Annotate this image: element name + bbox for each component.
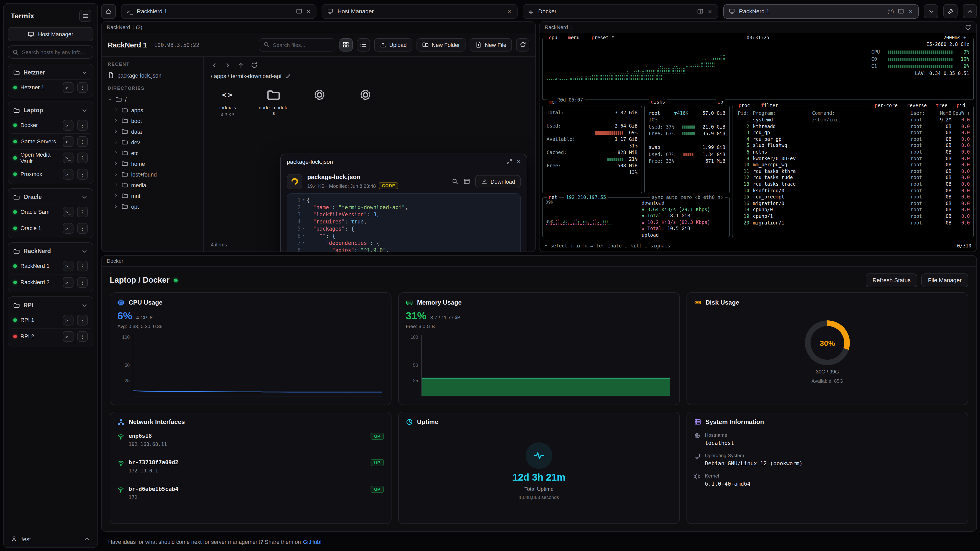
new-folder-button[interactable]: New Folder bbox=[417, 38, 466, 51]
upload-button[interactable]: Upload bbox=[374, 38, 412, 51]
open-terminal-button[interactable]: >_ bbox=[63, 136, 73, 147]
process-row[interactable]: 12 rcu_tasks_rude_ root 0B 0.0 bbox=[736, 175, 970, 181]
host-item[interactable]: RackNerd 2 >_ ⋮ bbox=[11, 274, 90, 290]
host-search-input[interactable] bbox=[22, 49, 89, 55]
host-item[interactable]: Proxmox >_ ⋮ bbox=[11, 166, 90, 182]
preset-label[interactable]: preset * bbox=[590, 35, 617, 41]
process-row[interactable]: 5 slub_flushwq root 0B 0.0 bbox=[736, 143, 970, 149]
host-item[interactable]: Oracle Sam >_ ⋮ bbox=[11, 203, 90, 220]
group-header[interactable]: Laptop bbox=[11, 103, 90, 117]
grid-view-button[interactable] bbox=[339, 38, 352, 51]
close-tab-icon[interactable]: × bbox=[708, 8, 712, 14]
process-row[interactable]: 16 migration/0 root 0B 0.0 bbox=[736, 200, 970, 206]
split-view-icon[interactable] bbox=[697, 8, 703, 14]
process-row[interactable]: 4 rcu_par_gp root 0B 0.0 bbox=[736, 136, 970, 143]
process-row[interactable]: 3 rcu_gp root 0B 0.0 bbox=[736, 130, 970, 136]
sync-icon[interactable] bbox=[965, 24, 971, 30]
tree-directory[interactable]: home bbox=[114, 158, 197, 169]
file-item[interactable]: <> node_modules bbox=[257, 87, 290, 118]
github-link[interactable]: GitHub! bbox=[303, 538, 321, 545]
search-in-file-icon[interactable] bbox=[452, 178, 458, 185]
host-menu-button[interactable]: ⋮ bbox=[77, 277, 88, 288]
tree-directory[interactable]: media bbox=[114, 179, 197, 190]
up-directory-icon[interactable] bbox=[237, 62, 245, 69]
list-view-button[interactable] bbox=[356, 38, 370, 51]
host-item[interactable]: RPI 2 >_ ⋮ bbox=[11, 328, 90, 345]
sidebar-menu-button[interactable] bbox=[79, 10, 91, 22]
process-row[interactable]: 6 netns root 0B 0.0 bbox=[736, 149, 970, 156]
file-item[interactable]: <> index.js 4.3 KB bbox=[211, 87, 245, 118]
close-tab-icon[interactable]: × bbox=[306, 8, 311, 14]
tree-directory[interactable]: opt bbox=[114, 201, 197, 212]
tree-directory[interactable]: lost+found bbox=[114, 169, 197, 179]
open-terminal-button[interactable]: >_ bbox=[63, 315, 73, 326]
tree-directory[interactable]: apps bbox=[114, 105, 197, 115]
terminal-screen[interactable]: cpu menu preset * 03:31:25 2000ms + ⢀⡀ ⣠… bbox=[539, 33, 977, 251]
host-item[interactable]: Open Media Vault >_ ⋮ bbox=[11, 149, 90, 166]
process-row[interactable]: 15 rcu_preempt root 0B 0.0 bbox=[736, 194, 970, 200]
host-menu-button[interactable]: ⋮ bbox=[77, 120, 88, 130]
host-item[interactable]: Game Servers >_ ⋮ bbox=[11, 133, 90, 149]
host-item[interactable]: RackNerd 1 >_ ⋮ bbox=[11, 258, 90, 274]
open-terminal-button[interactable]: >_ bbox=[63, 169, 73, 179]
download-button[interactable]: Download bbox=[475, 175, 520, 188]
collapse-button[interactable] bbox=[963, 4, 977, 18]
open-in-editor-icon[interactable] bbox=[463, 178, 470, 185]
open-terminal-button[interactable]: >_ bbox=[63, 223, 73, 233]
home-button[interactable] bbox=[101, 4, 116, 19]
host-item[interactable]: Oracle 1 >_ ⋮ bbox=[11, 220, 90, 236]
process-row[interactable]: 19 cpuhp/1 root 0B 0.0 bbox=[736, 213, 970, 220]
tab-list-button[interactable] bbox=[924, 4, 938, 18]
host-item[interactable]: Docker >_ ⋮ bbox=[11, 117, 90, 133]
menu-label[interactable]: menu bbox=[566, 35, 582, 41]
open-terminal-button[interactable]: >_ bbox=[63, 261, 73, 272]
refresh-icon[interactable] bbox=[251, 62, 258, 69]
file-search-input[interactable] bbox=[273, 41, 331, 48]
process-row[interactable]: 2 kthreadd root 0B 0.0 bbox=[736, 123, 970, 130]
process-row[interactable]: 1 systemd /sbin/init root 9.2M 0.0 bbox=[736, 117, 970, 123]
edit-path-icon[interactable] bbox=[285, 73, 291, 79]
forward-icon[interactable] bbox=[224, 62, 231, 69]
host-item[interactable]: RPI 1 >_ ⋮ bbox=[11, 312, 90, 328]
close-tab-icon[interactable]: × bbox=[908, 8, 913, 14]
host-menu-button[interactable]: ⋮ bbox=[77, 331, 88, 342]
open-terminal-button[interactable]: >_ bbox=[63, 82, 73, 93]
tree-directory[interactable]: data bbox=[114, 126, 197, 137]
expand-icon[interactable] bbox=[507, 159, 513, 165]
tools-button[interactable] bbox=[943, 4, 958, 18]
open-terminal-button[interactable]: >_ bbox=[63, 120, 73, 130]
host-menu-button[interactable]: ⋮ bbox=[77, 136, 88, 147]
tab-docker[interactable]: Docker × bbox=[522, 4, 718, 19]
process-row[interactable]: 18 cpuhp/0 root 0B 0.0 bbox=[736, 207, 970, 213]
back-icon[interactable] bbox=[211, 62, 218, 69]
tree-root[interactable]: / bbox=[108, 94, 197, 105]
host-menu-button[interactable]: ⋮ bbox=[77, 152, 88, 163]
process-row[interactable]: 10 mm_percpu_wq root 0B 0.0 bbox=[736, 162, 970, 168]
host-menu-button[interactable]: ⋮ bbox=[77, 261, 88, 272]
open-terminal-button[interactable]: >_ bbox=[63, 331, 73, 342]
io-toggle[interactable]: io bbox=[716, 99, 725, 105]
file-manager-open-button[interactable]: File Manager bbox=[921, 273, 968, 287]
filter-label[interactable]: filter bbox=[759, 103, 780, 109]
user-menu[interactable]: test bbox=[8, 532, 94, 543]
open-terminal-button[interactable]: >_ bbox=[63, 152, 73, 163]
open-terminal-button[interactable]: >_ bbox=[63, 206, 73, 218]
tab-racknerd1-server[interactable]: RackNerd 1 (2) × bbox=[723, 4, 919, 19]
process-row[interactable]: 11 rcu_tasks_kthre root 0B 0.0 bbox=[736, 168, 970, 175]
file-item[interactable]: <> bbox=[303, 87, 336, 118]
tab-host-manager[interactable]: Host Manager × bbox=[322, 4, 517, 19]
process-row[interactable]: 14 ksoftirqd/0 root 0B 0.0 bbox=[736, 187, 970, 194]
close-tab-icon[interactable]: × bbox=[507, 8, 512, 14]
split-view-icon[interactable] bbox=[296, 8, 302, 14]
tree-directory[interactable]: mnt bbox=[114, 190, 197, 201]
group-header[interactable]: Oracle bbox=[11, 190, 90, 203]
host-item[interactable]: Hetzner 1 >_ ⋮ bbox=[11, 79, 90, 95]
host-menu-button[interactable]: ⋮ bbox=[77, 82, 88, 93]
close-icon[interactable]: × bbox=[517, 158, 520, 165]
group-header[interactable]: Hetzner bbox=[11, 66, 90, 79]
process-row[interactable]: 8 kworker/0:0H-ev root 0B 0.0 bbox=[736, 156, 970, 162]
refresh-files-button[interactable] bbox=[516, 38, 529, 51]
host-manager-button[interactable]: Host Manager bbox=[8, 27, 94, 41]
file-item[interactable]: <> bbox=[348, 87, 382, 118]
tree-directory[interactable]: etc bbox=[114, 148, 197, 158]
